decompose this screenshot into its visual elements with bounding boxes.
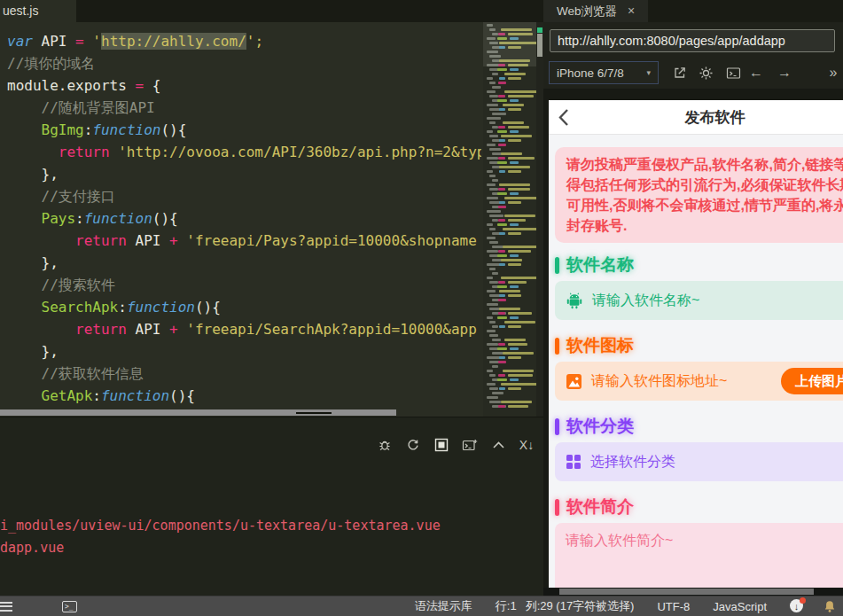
- code-line[interactable]: Pays:function(){: [0, 207, 481, 230]
- nav-back-icon[interactable]: ←: [746, 63, 766, 82]
- section-accent-bar: [555, 499, 559, 516]
- code-line[interactable]: return API + 'freeapi/SearchApk?appid=10…: [0, 318, 481, 340]
- code-line[interactable]: SearchApk:function(){: [0, 296, 481, 318]
- minimap-row: [485, 387, 535, 390]
- section-accent-bar: [555, 338, 559, 355]
- input-name[interactable]: 请输入软件名称~: [555, 281, 843, 320]
- minimap-row: [485, 290, 535, 292]
- minimap-row: [485, 241, 535, 244]
- cursor-column-status[interactable]: 列:29 (17字符被选择): [526, 598, 635, 614]
- code-line[interactable]: //获取软件信息: [0, 363, 481, 385]
- debug-bug-icon[interactable]: [377, 437, 393, 453]
- code-line[interactable]: return 'http://ovooa.com/API/360bz/api.p…: [0, 141, 481, 163]
- section-heading-name: 软件名称: [555, 253, 843, 277]
- browser-toolbar: iPhone 6/7/8 ▾ ←: [543, 58, 843, 89]
- minimap[interactable]: [483, 22, 536, 417]
- settings-gear-icon[interactable]: [696, 63, 715, 82]
- section-label: 软件名称: [566, 253, 634, 277]
- device-select-value: iPhone 6/7/8: [557, 66, 624, 80]
- editor-body[interactable]: var API = 'http://ahlly.com/';//填你的域名mod…: [0, 22, 543, 417]
- minimap-row: [485, 365, 535, 368]
- stop-icon[interactable]: [433, 437, 449, 453]
- editor-horizontal-scrollbar[interactable]: [0, 409, 396, 416]
- minimap-row: [485, 82, 535, 84]
- minimap-row: [485, 206, 535, 208]
- section-label: 软件简介: [566, 495, 634, 519]
- page-content: 请勿投稿严重侵权产品,软件名称,简介,链接等不得包括任何形式的引流行为,必须保证…: [549, 135, 843, 588]
- minimap-row: [485, 144, 535, 146]
- input-category[interactable]: 选择软件分类: [555, 442, 843, 481]
- upload-image-button[interactable]: 上传图片: [781, 368, 843, 394]
- terminal-icon[interactable]: >_: [62, 601, 77, 612]
- code-line[interactable]: //填你的域名: [0, 52, 481, 74]
- code-line[interactable]: },: [0, 163, 481, 185]
- code-line[interactable]: return API + 'freeapi/Pays?appid=10000&s…: [0, 230, 481, 252]
- nav-forward-icon[interactable]: →: [775, 63, 794, 82]
- browser-tab[interactable]: Web浏览器 ×: [543, 0, 648, 22]
- minimap-row: [485, 86, 535, 89]
- minimap-row: [485, 188, 535, 191]
- update-download-icon[interactable]: ↓: [790, 599, 804, 613]
- browser-tabbar: Web浏览器 ×: [543, 0, 843, 22]
- code-area[interactable]: var API = 'http://ahlly.com/';//填你的域名mod…: [0, 30, 481, 409]
- section-accent-bar: [555, 418, 559, 435]
- devtools-console-icon[interactable]: [723, 63, 743, 82]
- minimap-row: [485, 113, 535, 115]
- phone-preview: 发布软件 请勿投稿严重侵权产品,软件名称,简介,链接等不得包括任何形式的引流行为…: [543, 89, 843, 588]
- minimap-row: [485, 68, 535, 71]
- minimap-row: [485, 378, 535, 381]
- textarea-intro[interactable]: 请输入软件简介~: [555, 523, 843, 588]
- minimap-row: [485, 254, 535, 257]
- grid-icon: [566, 454, 582, 470]
- code-line[interactable]: },: [0, 252, 481, 274]
- code-line[interactable]: //支付接口: [0, 185, 481, 207]
- android-icon: [566, 292, 583, 309]
- minimap-row: [485, 104, 535, 106]
- cursor-line-status[interactable]: 行:1: [496, 598, 517, 614]
- scroll-thumb[interactable]: [559, 589, 814, 595]
- minimap-viewport[interactable]: [483, 22, 536, 66]
- url-row: http://ahlly.com:8080/pages/app/addapp: [543, 22, 843, 58]
- minimap-row: [485, 139, 535, 142]
- code-line[interactable]: },: [0, 340, 481, 363]
- device-select[interactable]: iPhone 6/7/8 ▾: [549, 61, 659, 84]
- notification-bell-icon[interactable]: [823, 600, 836, 613]
- splitter-grip[interactable]: [296, 412, 332, 414]
- console-line: i_modules/uview-ui/components/u-textarea…: [0, 515, 441, 537]
- preview-horizontal-scrollbar[interactable]: [543, 588, 843, 596]
- input-icon[interactable]: 请输入软件图标地址~上传图片: [555, 362, 843, 401]
- editor-vertical-scrollbar[interactable]: [536, 22, 543, 417]
- placeholder-text: 请输入软件图标地址~: [591, 372, 727, 391]
- close-tab-icon[interactable]: ×: [628, 0, 635, 22]
- minimap-row: [485, 130, 535, 133]
- code-line[interactable]: var API = 'http://ahlly.com/';: [0, 30, 481, 52]
- minimap-row: [485, 117, 535, 120]
- minimap-row: [485, 77, 535, 80]
- open-external-icon[interactable]: [670, 63, 690, 82]
- scroll-thumb[interactable]: [537, 34, 542, 57]
- editor-tab-requestjs[interactable]: uest.js: [0, 0, 76, 22]
- more-tools-icon[interactable]: »: [823, 63, 843, 82]
- restart-icon[interactable]: [405, 437, 421, 453]
- minimap-row: [485, 356, 535, 359]
- code-line[interactable]: //随机背景图API: [0, 97, 481, 119]
- language-status[interactable]: JavaScript: [713, 600, 767, 613]
- code-line[interactable]: //搜索软件: [0, 274, 481, 296]
- new-terminal-icon[interactable]: [462, 437, 478, 453]
- collapse-up-icon[interactable]: [490, 437, 506, 453]
- editor-pane: uest.js var API = 'http://ahlly.com/';//…: [0, 0, 543, 596]
- minimap-row: [485, 277, 535, 279]
- url-input[interactable]: http://ahlly.com:8080/pages/app/addapp: [550, 29, 835, 52]
- encoding-status[interactable]: UTF-8: [657, 600, 690, 613]
- clear-console-icon[interactable]: X↓: [519, 437, 535, 453]
- section-accent-bar: [555, 257, 559, 274]
- minimap-row: [485, 232, 535, 235]
- syntax-lib-status[interactable]: 语法提示库: [415, 598, 472, 614]
- minimap-row: [485, 179, 535, 182]
- code-line[interactable]: GetApk:function(){: [0, 385, 481, 407]
- minimap-row: [485, 259, 535, 261]
- minimap-row: [485, 90, 535, 93]
- code-line[interactable]: BgImg:function(){: [0, 119, 481, 141]
- code-line[interactable]: module.exports = {: [0, 74, 481, 97]
- menu-hamburger-icon[interactable]: [0, 602, 12, 612]
